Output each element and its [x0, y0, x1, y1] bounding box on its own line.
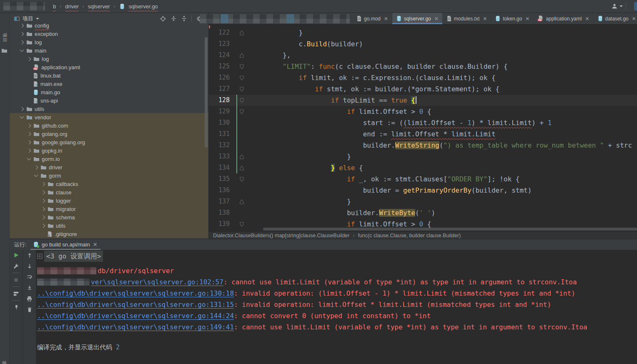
line-number[interactable]: 130 — [209, 117, 233, 128]
tree-item-main.exe[interactable]: ?main.exe — [10, 80, 208, 88]
editor-hscrollbar[interactable] — [263, 228, 637, 231]
breadcrumb-item[interactable]: sqlserver.go — [129, 3, 158, 10]
run-configuration-tab[interactable]: go build sn.api/main ✕ — [30, 239, 100, 250]
chevron-down-icon[interactable] — [20, 115, 24, 119]
breadcrumb-item[interactable]: Dialector.ClauseBuilders() map[string]cl… — [213, 233, 349, 238]
tree-item-callbacks[interactable]: callbacks — [10, 180, 208, 188]
tree-item-log[interactable]: log — [10, 55, 208, 63]
close-icon[interactable]: ✕ — [434, 16, 439, 22]
editor-tab-go.mod[interactable]: go.mod✕ — [353, 13, 392, 24]
line-number[interactable]: 135 — [209, 173, 233, 185]
editor-tab-modules.txt[interactable]: modules.txt✕ — [443, 13, 491, 24]
code-line-129[interactable]: 129 if limit.Offset > 0 { — [209, 106, 637, 117]
play-button[interactable] — [10, 250, 23, 261]
fold-down-icon[interactable] — [233, 106, 251, 117]
line-number[interactable]: 122 — [209, 27, 233, 38]
chevron-right-icon[interactable] — [41, 190, 45, 194]
wrap-button[interactable] — [23, 271, 36, 282]
chevron-right-icon[interactable] — [27, 132, 31, 136]
tree-item-gorm[interactable]: gorm — [10, 171, 208, 180]
fold-placeholder-text[interactable]: <3 go 设置调用> — [44, 251, 103, 262]
line-number[interactable]: 124 — [209, 50, 233, 61]
line-number[interactable]: 132 — [209, 140, 233, 151]
code-line-138[interactable]: 138 builder.WriteByte(' ') — [209, 207, 637, 218]
chevron-right-icon[interactable] — [41, 207, 45, 211]
close-icon[interactable]: ✕ — [384, 16, 388, 22]
line-number[interactable]: 139 — [209, 218, 233, 230]
chevron-right-icon[interactable] — [41, 223, 45, 228]
file-location-link[interactable]: ..\config\db\driver\sqlserver\sqlserver.… — [37, 301, 234, 309]
line-number[interactable]: 125 — [209, 61, 233, 72]
tree-item-driver[interactable]: driver — [10, 163, 208, 171]
breadcrumb-item[interactable]: driver — [65, 3, 79, 10]
line-number[interactable]: 127 — [209, 83, 233, 95]
code-line-135[interactable]: 135 if _, ok := stmt.Clauses["ORDER BY"]… — [209, 173, 637, 185]
breadcrumb-item[interactable]: sqlserver — [88, 3, 110, 10]
fold-down-icon[interactable] — [233, 95, 251, 106]
tree-item-migrator[interactable]: migrator — [10, 205, 208, 213]
close-icon[interactable]: ✕ — [93, 241, 98, 248]
file-location-link[interactable]: ..\config\db\driver\sqlserver\sqlserver.… — [37, 289, 234, 297]
code-line-132[interactable]: 132 builder.WriteString(") as temp_table… — [209, 140, 637, 151]
layout-button[interactable] — [10, 288, 23, 299]
line-number[interactable]: 126 — [209, 72, 233, 83]
code-line-136[interactable]: 136 builder = getPrimaryOrderBy(builder,… — [209, 185, 637, 196]
fold-up-icon[interactable] — [233, 162, 251, 173]
user-menu[interactable] — [611, 0, 623, 13]
chevron-right-icon[interactable] — [20, 23, 24, 28]
code-line-126[interactable]: 126 if limit, ok := c.Expression.(clause… — [209, 72, 637, 83]
printer-button[interactable] — [23, 293, 36, 304]
code-line-123[interactable]: 123 c.Build(builder) — [209, 38, 637, 50]
fold-up-icon[interactable] — [233, 50, 251, 61]
tree-item-github.com[interactable]: github.com — [10, 121, 208, 130]
stripe-project-button[interactable]: 项目 — [2, 28, 8, 48]
tree-item-main.go[interactable]: main.go — [10, 88, 208, 96]
tree-item-utils[interactable]: utils — [10, 105, 208, 113]
code-line-130[interactable]: 130 start := ((limit.Offset - 1) * limit… — [209, 117, 637, 128]
code-line-128[interactable]: 128 if topLimit == true { — [209, 95, 637, 106]
breadcrumb-item[interactable]: func(c clause.Clause, builder clause.Bui… — [358, 233, 461, 238]
code-line-124[interactable]: 124 }, — [209, 50, 637, 61]
tree-item-schema[interactable]: schema — [10, 213, 208, 221]
line-number[interactable]: 129 — [209, 106, 233, 117]
tree-item-utils[interactable]: utils — [10, 221, 208, 230]
tree-item-vendor[interactable]: vvendor — [10, 113, 208, 121]
up-button[interactable] — [23, 250, 36, 261]
fold-down-icon[interactable] — [233, 173, 251, 185]
chevron-right-icon[interactable] — [20, 107, 24, 111]
file-location-link[interactable]: ..\config\db\driver\sqlserver\sqlserver.… — [37, 323, 234, 331]
file-location-link[interactable]: ver\sqlserver\sqlserver.go:102:57 — [37, 278, 223, 286]
folder-icon[interactable] — [1, 48, 8, 53]
chevron-right-icon[interactable] — [27, 148, 31, 153]
chevron-down-icon[interactable] — [34, 173, 38, 177]
run-console[interactable]: <3 go 设置调用> db/driver/sqlserverver\sqlse… — [36, 250, 637, 364]
fold-down-icon[interactable] — [233, 218, 251, 230]
fold-up-icon[interactable] — [233, 196, 251, 207]
chevron-down-icon[interactable] — [27, 156, 31, 161]
project-scrollbar[interactable] — [205, 37, 208, 148]
line-number[interactable]: 136 — [209, 185, 233, 196]
editor-tab-sqlserver.go[interactable]: sqlserver.go✕ — [392, 13, 443, 24]
tree-item-gopkg.in[interactable]: gopkg.in — [10, 146, 208, 155]
code-line-137[interactable]: 137 } — [209, 196, 637, 207]
chevron-right-icon[interactable] — [41, 182, 45, 186]
code-line-134[interactable]: 134 } else { — [209, 162, 637, 173]
breadcrumb-item[interactable]: b — [53, 3, 56, 10]
console-fold-line[interactable]: <3 go 设置调用> — [37, 251, 637, 261]
line-number[interactable]: 128 — [209, 95, 233, 106]
code-editor[interactable]: 122 }123 c.Build(builder)124 },125 "LIMI… — [209, 25, 637, 232]
editor-tab-dataset.go[interactable]: dataset.go✕ — [594, 13, 637, 24]
tree-item-.gitignore[interactable]: .gitignore — [10, 230, 208, 238]
cutoff-button[interactable] — [634, 2, 637, 10]
line-number[interactable]: 133 — [209, 151, 233, 162]
tree-item-google.golang.org[interactable]: google.golang.org — [10, 138, 208, 146]
fold-up-icon[interactable] — [233, 27, 251, 38]
tree-item-linux.bat[interactable]: linux.bat — [10, 71, 208, 80]
pin-button[interactable] — [10, 302, 23, 313]
chevron-right-icon[interactable] — [20, 32, 24, 36]
tree-item-main[interactable]: main — [10, 46, 208, 55]
close-icon[interactable]: ✕ — [525, 16, 529, 22]
code-line-133[interactable]: 133 } — [209, 151, 637, 162]
stripe-bottom-button[interactable]: 终 — [2, 360, 7, 364]
stop-button[interactable] — [10, 274, 23, 285]
